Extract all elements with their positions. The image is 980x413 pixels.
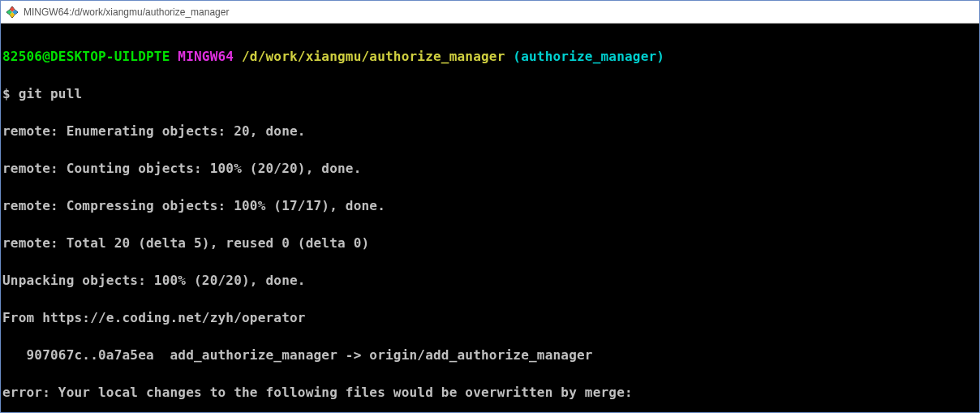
output-line: remote: Total 20 (delta 5), reused 0 (de… <box>2 234 978 252</box>
output-line: error: Your local changes to the followi… <box>2 383 978 402</box>
window: MINGW64:/d/work/xiangmu/authorize_manage… <box>0 0 980 413</box>
title-bar[interactable]: MINGW64:/d/work/xiangmu/authorize_manage… <box>1 1 979 24</box>
output-line: remote: Counting objects: 100% (20/20), … <box>2 159 978 178</box>
command-line: $ git pull <box>2 84 978 103</box>
output-line: 907067c..0a7a5ea add_authorize_manager -… <box>2 346 978 364</box>
output-line: From https://e.coding.net/zyh/operator <box>2 308 978 327</box>
terminal-area[interactable]: 82506@DESKTOP-UILDPTE MINGW64 /d/work/xi… <box>1 24 979 412</box>
prompt-branch: (authorize_manager) <box>513 49 664 64</box>
prompt-path: /d/work/xiangmu/authorize_manager <box>242 49 505 64</box>
prompt-user: 82506@DESKTOP-UILDPTE <box>2 49 170 64</box>
output-line: remote: Compressing objects: 100% (17/17… <box>2 196 978 215</box>
prompt-env: MINGW64 <box>178 49 234 64</box>
prompt-symbol: $ <box>2 86 19 101</box>
command-text: git pull <box>19 86 83 101</box>
prompt-line: 82506@DESKTOP-UILDPTE MINGW64 /d/work/xi… <box>2 47 978 66</box>
output-line: Unpacking objects: 100% (20/20), done. <box>2 271 978 290</box>
output-line: remote: Enumerating objects: 20, done. <box>2 122 978 140</box>
window-title: MINGW64:/d/work/xiangmu/authorize_manage… <box>24 6 229 18</box>
mintty-icon <box>6 6 19 19</box>
